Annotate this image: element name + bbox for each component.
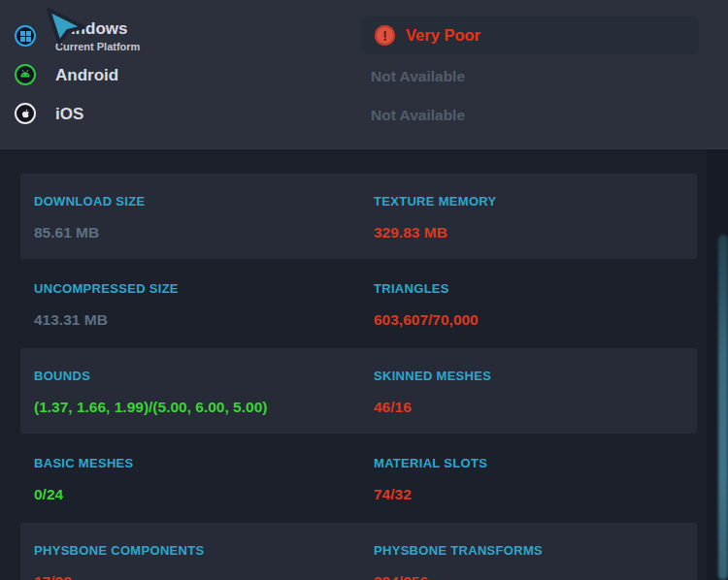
avatar-stats-section: DOWNLOAD SIZE 85.61 MB TEXTURE MEMORY 32… xyxy=(0,149,728,580)
stat-row-uncompressed-triangles: UNCOMPRESSED SIZE 413.31 MB TRIANGLES 60… xyxy=(20,261,697,346)
platform-row-windows[interactable]: Windows Current Platform ! Very Poor xyxy=(0,0,728,60)
stat-label: UNCOMPRESSED SIZE xyxy=(34,281,179,296)
stat-label: BASIC MESHES xyxy=(34,456,134,470)
stat-value: 0/24 xyxy=(34,486,63,503)
stat-value: 85.61 MB xyxy=(34,224,99,242)
stat-row-physbones: PHYSBONE COMPONENTS 17/32 PHYSBONE TRANS… xyxy=(20,523,697,580)
platform-section: Windows Current Platform ! Very Poor And… xyxy=(0,0,728,149)
stat-basic-meshes: BASIC MESHES 0/24 xyxy=(34,435,364,521)
stat-value: 17/32 xyxy=(34,573,72,580)
android-icon xyxy=(15,64,36,85)
scrollbar-thumb[interactable] xyxy=(718,235,728,580)
stat-texture-memory: TEXTURE MEMORY 329.83 MB xyxy=(374,174,694,259)
stat-label: SKINNED MESHES xyxy=(374,369,491,383)
stat-value: 46/16 xyxy=(374,399,412,416)
stat-label: DOWNLOAD SIZE xyxy=(34,194,145,209)
platform-name-android: Android xyxy=(55,66,118,84)
stat-value: (1.37, 1.66, 1.99)/(5.00, 6.00, 5.00) xyxy=(34,399,267,416)
platform-name-ios: iOS xyxy=(55,105,83,123)
stat-label: MATERIAL SLOTS xyxy=(374,456,487,470)
platform-row-ios[interactable]: iOS Not Available xyxy=(0,99,728,138)
stat-value: 74/32 xyxy=(374,486,412,503)
android-status: Not Available xyxy=(371,68,465,85)
stat-skinned-meshes: SKINNED MESHES 46/16 xyxy=(374,348,694,434)
stat-physbone-components: PHYSBONE COMPONENTS 17/32 xyxy=(34,523,364,580)
stat-label: PHYSBONE TRANSFORMS xyxy=(374,543,543,558)
stat-row-download-texture: DOWNLOAD SIZE 85.61 MB TEXTURE MEMORY 32… xyxy=(20,174,697,259)
stat-value: 413.31 MB xyxy=(34,311,108,329)
stat-physbone-transforms: PHYSBONE TRANSFORMS 394/256 xyxy=(374,523,694,580)
platform-row-android[interactable]: Android Not Available xyxy=(0,60,728,99)
stat-value: 329.83 MB xyxy=(374,224,447,242)
ios-status: Not Available xyxy=(371,107,465,124)
stat-row-bounds-skinned: BOUNDS (1.37, 1.66, 1.99)/(5.00, 6.00, 5… xyxy=(20,348,697,434)
stat-material-slots: MATERIAL SLOTS 74/32 xyxy=(374,435,694,521)
stat-download-size: DOWNLOAD SIZE 85.61 MB xyxy=(34,174,364,259)
stat-label: TRIANGLES xyxy=(374,281,449,296)
stat-row-basic-material: BASIC MESHES 0/24 MATERIAL SLOTS 74/32 xyxy=(20,435,697,521)
stat-label: PHYSBONE COMPONENTS xyxy=(34,543,204,558)
apple-icon xyxy=(15,103,36,124)
stat-bounds: BOUNDS (1.37, 1.66, 1.99)/(5.00, 6.00, 5… xyxy=(34,348,364,434)
stat-label: BOUNDS xyxy=(34,369,90,383)
performance-rank-text: Very Poor xyxy=(406,26,480,45)
stat-uncompressed-size: UNCOMPRESSED SIZE 413.31 MB xyxy=(34,261,364,346)
stat-label: TEXTURE MEMORY xyxy=(374,194,497,209)
windows-icon xyxy=(15,25,36,47)
warning-icon: ! xyxy=(375,25,395,46)
scrollbar-track[interactable] xyxy=(707,149,728,580)
performance-rank-badge: ! Very Poor xyxy=(362,16,699,54)
stat-value: 394/256 xyxy=(374,573,428,580)
mouse-cursor-icon xyxy=(45,6,87,47)
stat-triangles: TRIANGLES 603,607/70,000 xyxy=(374,261,694,346)
stat-value: 603,607/70,000 xyxy=(374,311,479,329)
